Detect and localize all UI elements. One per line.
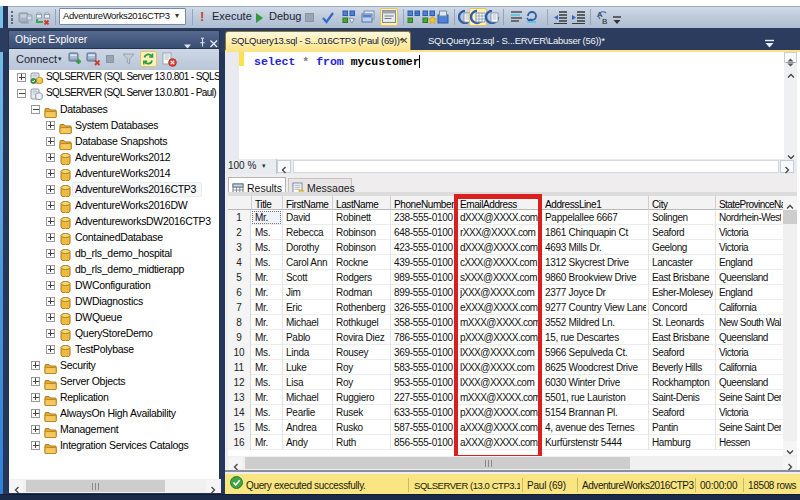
svg-text:B: B: [602, 17, 607, 25]
